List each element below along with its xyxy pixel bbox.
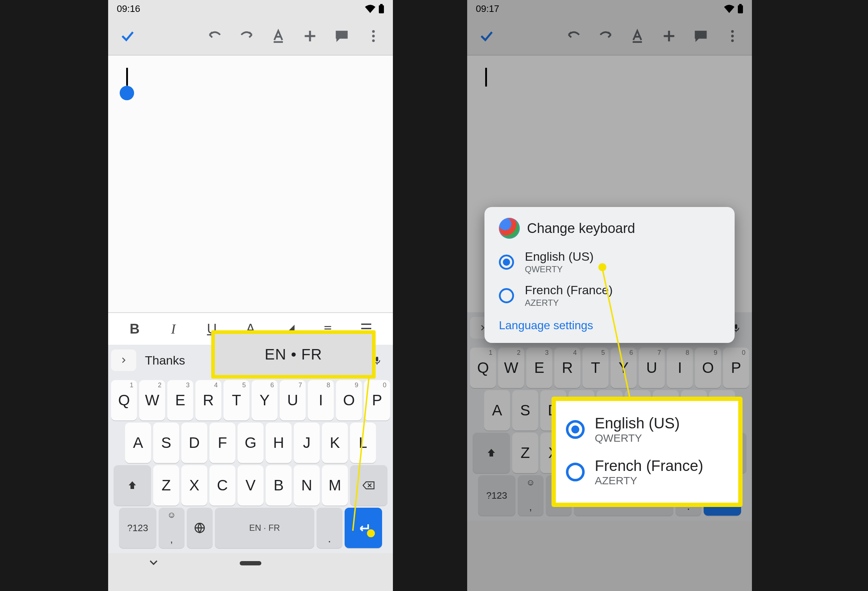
status-bar: 09:16 [108,0,393,17]
key-r[interactable]: R4 [195,380,221,420]
radio-unselected-icon [566,462,585,482]
key-j[interactable]: J [294,423,320,463]
text-format-button[interactable] [263,20,294,52]
key-i[interactable]: I8 [308,380,334,420]
key-row-4: ?123 ☺ , EN · FR . [109,508,391,548]
key-z[interactable]: Z [153,465,179,505]
option-layout: AZERTY [525,298,613,308]
keyboard-option-english[interactable]: English (US) QWERTY [499,245,720,279]
symbols-key[interactable]: ?123 [119,508,156,548]
svg-point-5 [372,39,375,42]
space-key[interactable]: EN · FR [215,508,314,548]
key-c[interactable]: C [210,465,235,505]
redo-button[interactable] [231,20,263,52]
bold-button[interactable]: B [120,321,149,337]
gboard-icon [499,218,520,239]
key-f[interactable]: F [210,423,235,463]
emoji-key[interactable]: ☺ , [159,508,185,548]
svg-rect-6 [376,357,378,361]
key-y[interactable]: Y6 [252,380,278,420]
comment-button[interactable] [326,20,357,52]
key-w[interactable]: W2 [139,380,165,420]
key-d[interactable]: D [181,423,207,463]
nav-home-pill[interactable] [240,561,261,565]
language-indicator-tooltip: EN • FR [211,330,376,378]
annotation-dot [598,263,606,271]
key-n[interactable]: N [294,465,320,505]
callout-option-layout: AZERTY [595,474,703,487]
nav-down-icon[interactable] [149,557,159,569]
nav-bar [108,553,393,573]
key-row-1: Q1W2E3R4T5Y6U7I8O9P0 [109,380,391,420]
enter-key[interactable] [345,508,382,548]
wifi-icon [365,4,376,13]
suggestion-word[interactable]: Thanks [139,353,191,368]
language-key[interactable] [187,508,213,548]
app-toolbar [108,17,393,56]
change-keyboard-dialog: Change keyboard English (US) QWERTY Fren… [484,207,735,343]
key-q[interactable]: Q1 [111,380,137,420]
callout-option-name: English (US) [595,415,680,432]
radio-selected-icon [499,254,514,270]
key-row-3: ZXCVBNM [109,465,391,505]
key-g[interactable]: G [238,423,264,463]
callout-option-french: French (France) AZERTY [566,451,728,493]
dialog-title: Change keyboard [527,221,635,236]
keyboard-options-callout: English (US) QWERTY French (France) AZER… [552,397,743,507]
option-name: English (US) [525,250,594,264]
period-key[interactable]: . [316,508,342,548]
insert-button[interactable] [294,20,326,52]
radio-selected-icon [566,420,585,439]
key-v[interactable]: V [238,465,264,505]
annotation-dot [367,529,375,537]
battery-icon [378,4,384,13]
status-time: 09:16 [117,3,140,15]
key-b[interactable]: B [266,465,292,505]
key-row-2: ASDFGHJKL [109,423,391,463]
shift-key[interactable] [114,465,151,505]
key-h[interactable]: H [266,423,292,463]
option-layout: QWERTY [525,264,594,275]
svg-rect-1 [380,4,382,6]
key-t[interactable]: T5 [223,380,249,420]
key-e[interactable]: E3 [167,380,193,420]
key-k[interactable]: K [322,423,348,463]
key-u[interactable]: U7 [280,380,306,420]
key-o[interactable]: O9 [336,380,362,420]
undo-button[interactable] [199,20,231,52]
option-name: French (France) [525,283,613,297]
overflow-button[interactable] [357,20,389,52]
language-indicator-text: EN • FR [264,346,322,363]
done-button[interactable] [112,20,143,52]
radio-unselected-icon [499,288,514,303]
svg-rect-0 [379,5,384,13]
language-settings-link[interactable]: Language settings [499,319,593,332]
cursor-handle[interactable] [120,86,134,100]
callout-option-layout: QWERTY [595,432,680,444]
svg-point-3 [372,30,375,33]
key-x[interactable]: X [181,465,207,505]
expand-suggestions[interactable] [111,349,136,371]
text-cursor [126,68,128,87]
key-a[interactable]: A [125,423,151,463]
italic-button[interactable]: I [159,321,188,337]
svg-point-4 [372,35,375,37]
key-s[interactable]: S [153,423,179,463]
callout-option-name: French (France) [595,457,703,474]
document-editor[interactable] [108,56,393,312]
callout-option-english: English (US) QWERTY [566,408,728,451]
phone-left: 09:16 [108,0,393,591]
key-m[interactable]: M [322,465,348,505]
